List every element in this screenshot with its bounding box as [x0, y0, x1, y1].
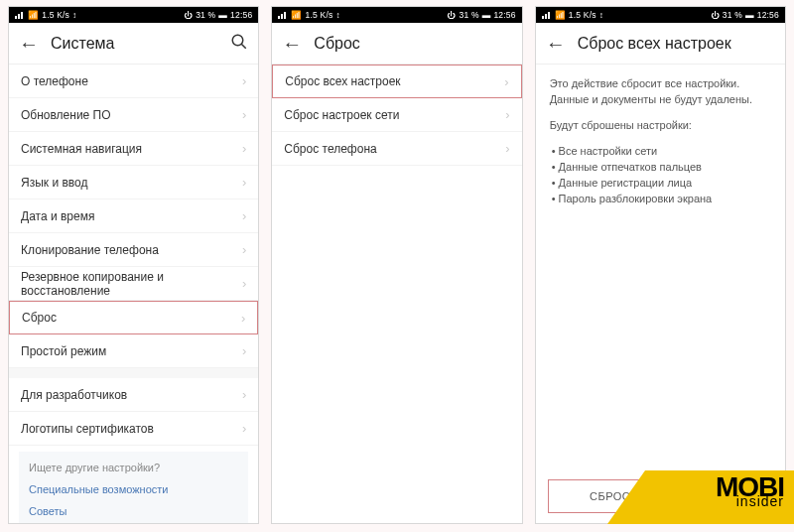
item-label: Сброс: [22, 311, 241, 325]
screen-reset: 📶 1.5 K/s ↕ ⏻31 % ▬ 12:56 ← Сброс Сброс …: [271, 6, 522, 524]
back-icon[interactable]: ←: [546, 34, 566, 54]
list-item[interactable]: Клонирование телефона›: [9, 233, 258, 267]
item-label: Сброс настроек сети: [284, 108, 505, 122]
item-label: Простой режим: [21, 344, 242, 358]
settings-list: О телефоне›Обновление ПО›Системная навиг…: [9, 65, 258, 523]
list-item[interactable]: Язык и ввод›: [9, 166, 258, 200]
bullet-item: Данные регистрации лица: [552, 176, 771, 192]
chevron-right-icon: ›: [242, 343, 246, 358]
svg-rect-6: [281, 14, 283, 19]
item-label: Клонирование телефона: [21, 243, 242, 257]
page-title: Сброс: [314, 35, 511, 53]
clock: 12:56: [230, 10, 252, 20]
bullet-item: Все настройки сети: [552, 144, 771, 160]
chevron-right-icon: ›: [241, 311, 245, 326]
chevron-right-icon: ›: [242, 73, 246, 88]
list-item[interactable]: Логотипы сертификатов›: [9, 412, 258, 446]
suggest-link[interactable]: Советы: [29, 505, 238, 517]
chevron-right-icon: ›: [242, 387, 246, 402]
item-label: Резервное копирование и восстановление: [21, 270, 242, 298]
item-label: Обновление ПО: [21, 108, 242, 122]
chevron-right-icon: ›: [242, 141, 246, 156]
status-bar: 📶 1.5 K/s ↕ ⏻31 % ▬ 12:56: [272, 7, 521, 23]
chevron-right-icon: ›: [242, 175, 246, 190]
list-item[interactable]: Для разработчиков›: [9, 378, 258, 412]
item-label: Сброс телефона: [284, 142, 505, 156]
item-label: Для разработчиков: [21, 388, 242, 402]
header: ← Система: [9, 23, 258, 65]
chevron-right-icon: ›: [242, 242, 246, 257]
svg-rect-5: [278, 16, 280, 19]
item-label: Сброс всех настроек: [285, 74, 504, 88]
list-item[interactable]: Резервное копирование и восстановление›: [9, 267, 258, 301]
list-item[interactable]: Сброс›: [9, 301, 258, 334]
svg-point-3: [233, 35, 244, 46]
item-label: Системная навигация: [21, 142, 242, 156]
search-icon[interactable]: [230, 33, 248, 55]
header: ← Сброс: [272, 23, 521, 65]
back-icon[interactable]: ←: [282, 34, 302, 54]
list-item[interactable]: Сброс настроек сети›: [272, 98, 521, 132]
list-item[interactable]: О телефоне›: [9, 65, 258, 98]
svg-rect-0: [15, 16, 17, 19]
list-item[interactable]: Системная навигация›: [9, 132, 258, 166]
suggestion-box: Ищете другие настройки?Специальные возмо…: [19, 452, 248, 523]
chevron-right-icon: ›: [505, 141, 509, 156]
suggest-heading: Ищете другие настройки?: [29, 462, 238, 473]
brand-watermark: MOBI insider: [645, 470, 794, 524]
page-title: Сброс всех настроек: [578, 35, 775, 53]
item-label: Логотипы сертификатов: [21, 422, 242, 436]
item-label: Дата и время: [21, 209, 242, 223]
page-title: Система: [51, 35, 230, 53]
status-bar: 📶 1.5 K/s ↕ ⏻31 % ▬ 12:56: [536, 7, 785, 23]
list-item[interactable]: Сброс всех настроек›: [272, 65, 521, 98]
suggest-link[interactable]: Специальные возможности: [29, 483, 238, 495]
list-item[interactable]: Простой режим›: [9, 334, 258, 368]
svg-rect-2: [21, 12, 23, 19]
svg-rect-8: [542, 16, 544, 19]
status-bar: 📶 1.5 K/s ↕ ⏻31 % ▬ 12:56: [9, 7, 258, 23]
screen-reset-all: 📶 1.5 K/s ↕ ⏻31 % ▬ 12:56 ← Сброс всех н…: [535, 6, 786, 524]
bullet-item: Пароль разблокировки экрана: [552, 192, 771, 207]
list-item[interactable]: Обновление ПО›: [9, 98, 258, 132]
chevron-right-icon: ›: [242, 276, 246, 291]
svg-line-4: [242, 44, 247, 49]
bullet-item: Данные отпечатков пальцев: [552, 160, 771, 176]
back-icon[interactable]: ←: [19, 34, 39, 54]
chevron-right-icon: ›: [505, 107, 509, 122]
list-item[interactable]: Дата и время›: [9, 200, 258, 233]
header: ← Сброс всех настроек: [536, 23, 785, 65]
chevron-right-icon: ›: [504, 74, 508, 89]
chevron-right-icon: ›: [242, 421, 246, 436]
net-speed: 1.5 K/s: [42, 10, 69, 20]
svg-rect-1: [18, 14, 20, 19]
info-subhead: Будут сброшены настройки:: [550, 118, 771, 134]
svg-rect-10: [548, 12, 550, 19]
svg-rect-7: [284, 12, 286, 19]
info-text: Это действие сбросит все настройки. Данн…: [550, 76, 771, 108]
svg-rect-9: [545, 14, 547, 19]
list-item[interactable]: Сброс телефона›: [272, 132, 521, 166]
reset-bullet-list: Все настройки сетиДанные отпечатков паль…: [550, 144, 771, 207]
chevron-right-icon: ›: [242, 208, 246, 223]
item-label: Язык и ввод: [21, 176, 242, 190]
reset-list: Сброс всех настроек›Сброс настроек сети›…: [272, 65, 521, 523]
screen-system: 📶 1.5 K/s ↕ ⏻31 % ▬ 12:56 ← Система О те…: [8, 6, 259, 524]
item-label: О телефоне: [21, 74, 242, 88]
reset-description: Это действие сбросит все настройки. Данн…: [536, 65, 785, 219]
chevron-right-icon: ›: [242, 107, 246, 122]
